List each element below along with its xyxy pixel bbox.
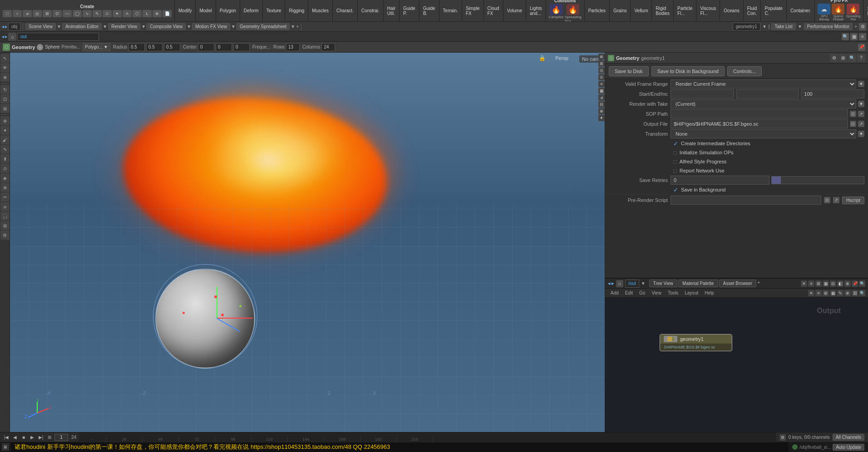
crease-tool[interactable]: ⌀ (0, 202, 10, 211)
ne-go-btn[interactable]: Go (636, 290, 648, 296)
transform-dropdown[interactable]: None (671, 129, 856, 138)
scale-tool[interactable]: ⊡ (0, 94, 10, 103)
save-in-background-check[interactable]: ✓ (673, 187, 678, 193)
pre-render-link[interactable]: ↗ (833, 197, 839, 203)
breadcrumb-fwd[interactable]: ▸ (5, 24, 7, 29)
ne-edit-btn[interactable]: Edit (622, 290, 636, 296)
radius3-input[interactable] (164, 43, 180, 51)
ne-canvas[interactable]: Output geometry1 SHIPNAME.$OS.$F.bgeo.sc (605, 298, 868, 432)
breadcrumb-back[interactable]: ◂ (2, 24, 4, 29)
center1-input[interactable] (198, 43, 214, 51)
tl-realtime[interactable]: ⊞ (46, 434, 53, 441)
home-icon[interactable]: ⌂ (8, 33, 16, 41)
alfred-style-check[interactable]: □ (673, 158, 677, 165)
save-to-disk-bg-btn[interactable]: Save to Disk in Background (651, 66, 725, 76)
ne-path-input[interactable]: /out (625, 280, 639, 288)
ne-link-icon[interactable]: ⛓ (852, 290, 858, 296)
ne-grid-icon[interactable]: ⊞ (815, 280, 822, 287)
initialize-sim-check[interactable]: □ (673, 149, 677, 156)
tl-prevframe[interactable]: ◀ (11, 434, 19, 441)
menu-create[interactable]: Create □ ○ ⌀ ◎ ⊞ ∅ — ◯ ∿ ✎ ⊃ ✦ A ⬡ L ⊕ 📄 (0, 0, 175, 21)
transform-expand[interactable]: ▼ (858, 131, 864, 137)
sparse-fireball-btn[interactable]: 🔥 Sparse Fireball (832, 4, 844, 22)
radius2-input[interactable] (146, 43, 163, 51)
ne-help-btn[interactable]: Help (702, 290, 717, 296)
transform-tool[interactable]: ⊕ (0, 73, 10, 82)
breadcrumb-fwd2[interactable]: ▸ (5, 34, 7, 39)
scene-view-btn[interactable]: Scene View (25, 23, 56, 30)
campfire-btn[interactable]: 🔥 Campfire (549, 4, 563, 21)
persp-label[interactable]: Persp (555, 55, 568, 61)
rotate-tool[interactable]: ↻ (0, 85, 10, 94)
menu-modify[interactable]: Modify (175, 0, 196, 21)
ne-tab-materialpalette[interactable]: Material Palette (678, 280, 718, 287)
menu-guidep[interactable]: Guide P. (399, 0, 419, 21)
controls-btn[interactable]: Controls... (727, 66, 762, 76)
ne-back[interactable]: ◂ (608, 280, 611, 286)
view-tool[interactable]: 👁 (0, 63, 10, 72)
take-list-btn[interactable]: Take List (771, 23, 795, 30)
output-file-input[interactable] (671, 119, 848, 128)
hscript-btn[interactable]: Hscript (842, 197, 864, 204)
spreading-fire-btn[interactable]: 🔥 Spreading Fire (565, 4, 581, 21)
menu-constrain[interactable]: Constrai. (358, 0, 384, 21)
menu-sparsepyr[interactable]: Sparse Pyr. (863, 0, 868, 21)
vp-icon4[interactable]: ⊙ (598, 74, 605, 80)
start-input[interactable] (671, 89, 734, 98)
search-icon[interactable]: 🔍 (842, 33, 849, 40)
polygon-type-dropdown[interactable]: Polygo... ▼ (83, 43, 110, 51)
menu-cloudfx[interactable]: Cloud FX (484, 0, 503, 21)
vp-icon8[interactable]: ⊟ (598, 101, 605, 108)
menu-lights[interactable]: Lights and... (526, 0, 546, 21)
ne-x-icon[interactable]: ✕ (808, 290, 814, 296)
extrude-tool[interactable]: ⬆ (0, 154, 10, 163)
pre-render-input[interactable] (671, 196, 821, 205)
mirror-tool[interactable]: ⊞ (0, 221, 10, 230)
menu-model[interactable]: Model (196, 0, 216, 21)
frame-range-expand[interactable]: ▼ (858, 81, 864, 87)
tl-stop[interactable]: ■ (20, 434, 27, 441)
network1-input[interactable]: geometry1 (733, 23, 760, 31)
ne-zoom-icon[interactable]: 🔍 (859, 290, 865, 296)
ne-filter-icon[interactable]: ◧ (837, 280, 843, 287)
geometry1-node[interactable]: geometry1 SHIPNAME.$OS.$F.bgeo.sc (660, 334, 732, 351)
menu-viscousfl[interactable]: Viscous Fl... (696, 0, 720, 21)
radius1-input[interactable] (128, 43, 145, 51)
lock-icon[interactable]: 🔒 (539, 55, 546, 61)
vp-icon9[interactable]: ⊕ (598, 108, 605, 114)
output-file-link[interactable]: ↗ (858, 121, 864, 127)
ne-close-icon[interactable]: ✕ (801, 280, 807, 287)
ne-add-tab[interactable]: + (757, 280, 760, 287)
composite-view-btn[interactable]: Composite View (147, 23, 186, 30)
particle-tool[interactable]: ✦ (0, 126, 10, 135)
network-path-input[interactable]: obj (8, 23, 20, 31)
select-tool[interactable]: ↖ (0, 54, 10, 63)
spreading-fire2-btn[interactable]: 🔥 Spreading Fire (846, 4, 860, 22)
props-search-icon[interactable]: 🔍 (848, 54, 856, 62)
tl-play[interactable]: ▶ (29, 434, 36, 441)
vp-icon1[interactable]: ⊕ (598, 54, 605, 60)
gpu-billowy-btn[interactable]: ☁ GPU Billowy Smoke (818, 4, 830, 22)
ne-copy-icon[interactable]: ⊕ (844, 290, 851, 296)
vp-icon7[interactable]: ⌀ (598, 94, 605, 101)
ne-pin-icon[interactable]: 📌 (852, 280, 858, 287)
menu-volume[interactable]: Volume (503, 0, 526, 21)
ne-search2-icon[interactable]: 🔍 (859, 280, 865, 287)
geo-spreadsheet-btn[interactable]: Geometry Spreadsheet (237, 23, 290, 30)
ne-tab-assetbrowser[interactable]: Asset Browser (719, 280, 756, 287)
ne-view2-icon[interactable]: ⊟ (830, 280, 836, 287)
ne-fwd[interactable]: ▸ (612, 280, 614, 286)
menu-polygon[interactable]: Polygon (216, 0, 240, 21)
menu-vellum[interactable]: Vellum (631, 0, 652, 21)
bevel-tool[interactable]: ◈ (0, 173, 10, 182)
knife-tool[interactable]: ✂ (0, 192, 10, 201)
filter-icon[interactable]: ▦ (850, 33, 858, 40)
ne-view-btn[interactable]: View (649, 290, 664, 296)
props-question-icon[interactable]: ? (857, 54, 865, 62)
render-take-dropdown[interactable]: (Current) (671, 99, 856, 108)
sop-path-input[interactable] (671, 109, 848, 118)
pre-render-browse[interactable]: ⊡ (824, 197, 830, 203)
menu-texture[interactable]: Texture (263, 0, 286, 21)
ne-tools-btn[interactable]: Tools (665, 290, 681, 296)
auto-update-btn[interactable]: Auto Update (833, 444, 864, 451)
